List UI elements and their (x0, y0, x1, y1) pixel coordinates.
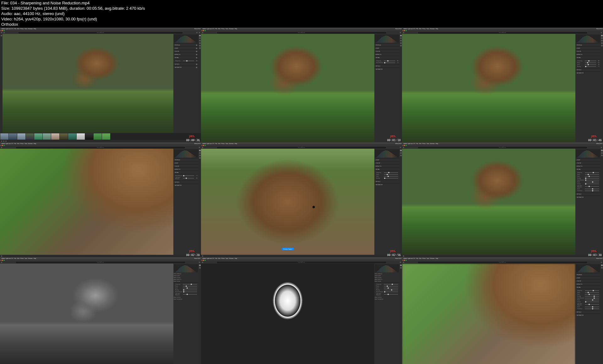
photo-canvas[interactable] (0, 264, 173, 364)
thumbnail[interactable] (102, 133, 110, 140)
flag-icon[interactable] (202, 255, 203, 257)
panel-color[interactable]: COLOR (374, 50, 399, 53)
masking-slider[interactable] (585, 66, 596, 67)
nr-detail-slider[interactable] (585, 182, 599, 182)
crop-icon[interactable] (601, 267, 603, 269)
thumbnail[interactable] (77, 133, 85, 140)
edit-sliders-icon[interactable] (400, 35, 402, 36)
panel-geometry[interactable]: GEOMETRY (374, 183, 399, 186)
masking-slider[interactable] (183, 290, 197, 290)
nr-slider[interactable] (585, 180, 599, 180)
menu-photo[interactable]: Photo (20, 28, 24, 29)
back-icon[interactable] (1, 262, 2, 263)
add-photos-icon[interactable] (1, 35, 2, 36)
panel-effects[interactable]: EFFECTS (374, 53, 399, 56)
detail-slider[interactable] (384, 288, 398, 288)
flag-icon[interactable] (403, 255, 404, 257)
brush-icon[interactable] (400, 42, 402, 44)
histogram[interactable] (576, 149, 600, 158)
panel-light[interactable]: LIGHT (173, 46, 198, 50)
thumbnail[interactable] (85, 133, 93, 140)
cnr-smooth-slider[interactable] (585, 190, 599, 191)
flag-icon[interactable] (1, 141, 2, 142)
heal-icon[interactable] (601, 40, 603, 41)
search-input[interactable]: Search All Photos (418, 147, 587, 148)
panel-geometry[interactable]: GEOMETRY (575, 71, 600, 74)
histogram[interactable] (174, 264, 198, 272)
back-icon[interactable] (202, 262, 203, 263)
menu-file[interactable]: File (14, 28, 16, 29)
thumbnail[interactable] (26, 133, 34, 140)
heal-icon[interactable] (400, 40, 402, 41)
thumbnail[interactable] (43, 133, 51, 140)
view-icon[interactable] (199, 147, 200, 148)
detail-slider[interactable] (183, 288, 197, 288)
masking-slider[interactable] (384, 178, 398, 179)
panel-color[interactable]: COLOR (173, 164, 198, 168)
edit-sliders-icon[interactable] (199, 150, 201, 151)
gradient-icon[interactable] (400, 45, 402, 46)
view-icon[interactable] (199, 262, 200, 263)
radius-slider[interactable] (183, 286, 197, 286)
cnr-smooth-slider[interactable] (585, 308, 599, 309)
sharpening-slider[interactable] (585, 172, 599, 173)
linear-gradient-icon[interactable] (199, 45, 201, 46)
color-nr-slider[interactable] (183, 178, 194, 179)
sharpening-slider[interactable] (585, 290, 599, 291)
detail-slider[interactable] (384, 176, 398, 177)
panel-color[interactable]: COLOR (575, 279, 600, 282)
thumbnail[interactable] (94, 133, 102, 140)
view-icon[interactable] (601, 262, 602, 263)
nr-slider[interactable] (384, 292, 398, 292)
back-icon[interactable] (403, 262, 404, 263)
panel-optics[interactable]: OPTICS (575, 310, 600, 313)
brush-icon[interactable] (199, 157, 201, 159)
sharpening-slider[interactable] (384, 284, 398, 285)
sharpening-slider[interactable] (183, 284, 197, 285)
crop-icon[interactable] (199, 267, 201, 269)
histogram[interactable] (174, 35, 198, 43)
app-name[interactable]: Adobe Lightroom CC (2, 28, 13, 29)
menu-view[interactable]: View (24, 28, 27, 29)
eye-icon[interactable] (196, 57, 197, 58)
thumbnail[interactable] (17, 133, 25, 140)
eye-icon[interactable] (196, 48, 197, 49)
edit-sliders-icon[interactable] (400, 265, 402, 266)
sharpening-slider[interactable] (384, 172, 398, 173)
nr-contrast-slider[interactable] (585, 302, 599, 302)
view-icon[interactable] (400, 262, 401, 263)
panel-profile[interactable]: PROFILE (575, 273, 600, 276)
reset-geometry-button[interactable]: RESET GEOMETRY (173, 298, 198, 300)
search-input[interactable]: Search All Photos (19, 32, 182, 34)
edit-sliders-icon[interactable] (400, 150, 402, 151)
reset-geometry-button[interactable]: RESET GEOMETRY (374, 298, 399, 300)
histogram[interactable] (576, 35, 600, 43)
panel-optics[interactable]: OPTICS (173, 180, 198, 184)
eye-icon[interactable] (196, 54, 197, 55)
thumbnail[interactable] (34, 133, 42, 140)
grid-view-icon[interactable] (196, 32, 198, 33)
photo-canvas[interactable] (201, 264, 374, 364)
eye-icon[interactable] (196, 51, 197, 52)
color-nr-slider[interactable] (384, 294, 398, 295)
panel-detail[interactable]: DETAIL (575, 168, 600, 171)
panel-light[interactable]: LIGHT (575, 276, 600, 279)
search-input[interactable]: Search All Photos (418, 32, 587, 34)
nr-slider[interactable] (384, 62, 395, 63)
panel-effects[interactable]: EFFECTS (173, 168, 198, 171)
heal-icon[interactable] (601, 155, 603, 156)
heal-icon[interactable] (400, 155, 402, 156)
panel-optics[interactable]: OPTICS (374, 180, 399, 183)
radial-gradient-icon[interactable] (199, 47, 201, 49)
thumbnail[interactable] (9, 133, 17, 140)
sharpening-slider[interactable] (585, 61, 596, 61)
close-icon[interactable] (202, 30, 203, 31)
crop-icon[interactable] (601, 152, 603, 154)
panel-geometry[interactable]: GEOMETRY (173, 66, 198, 69)
panel-light[interactable]: LIGHT (575, 158, 600, 161)
panel-detail[interactable]: DETAIL (575, 56, 600, 59)
search-input[interactable]: Search All Photos (418, 262, 587, 263)
sharpening-slider[interactable] (183, 61, 194, 61)
radius-slider[interactable] (384, 174, 398, 175)
maximize-icon[interactable] (205, 30, 206, 31)
